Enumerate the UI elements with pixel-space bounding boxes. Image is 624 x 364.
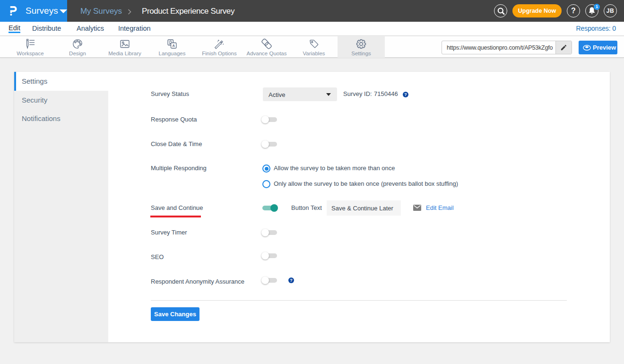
svg-text:A: A xyxy=(173,43,175,48)
